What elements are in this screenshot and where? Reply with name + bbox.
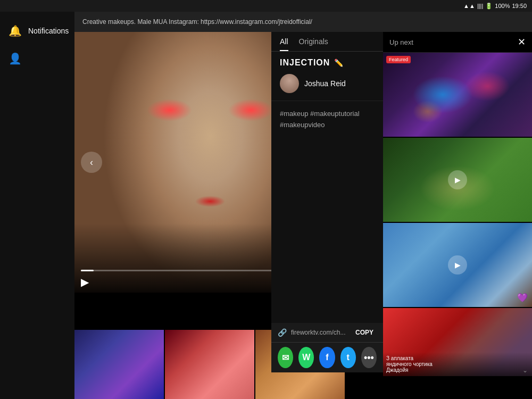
upnext-thumb-2[interactable]: ▶ — [383, 138, 532, 223]
tabs-row: All Originals — [271, 32, 383, 52]
user-icon: 👤 — [9, 52, 22, 65]
upnext-thumb-3[interactable]: ▶ 💜 — [383, 223, 532, 308]
url-bar: Creative makeups. Male MUA Instagram: ht… — [74, 12, 532, 32]
battery-icon: 🔋 — [485, 3, 493, 10]
strip-thumb-bg-1 — [74, 330, 164, 399]
strip-thumb-1[interactable] — [74, 330, 165, 399]
info-title: INJECTION ✏️ — [271, 52, 383, 71]
creator-avatar — [280, 74, 299, 93]
upnext-thumb-1[interactable]: Featured — [383, 53, 532, 138]
sms-share-button[interactable]: ✉ — [278, 347, 293, 368]
share-bar: 🔗 fireworktv.com/ch... COPY ✉ W f t ••• — [271, 323, 383, 372]
facebook-share-button[interactable]: f — [319, 347, 335, 368]
url-text: Creative makeups. Male MUA Instagram: ht… — [82, 18, 312, 26]
prev-arrow[interactable]: ‹ — [81, 152, 102, 173]
creator-row[interactable]: Joshua Reid — [271, 71, 383, 101]
tab-originals[interactable]: Originals — [299, 37, 328, 51]
upnext-panel: Up next ✕ Featured ▶ ▶ 💜 З аплакатаяндич… — [383, 32, 532, 399]
battery-level: 100% — [495, 3, 510, 9]
play-circle-3: ▶ — [448, 255, 467, 275]
upnext-header: Up next ✕ — [383, 32, 532, 53]
status-icons: ▲▲ |||| 🔋 100% 19:50 — [463, 3, 527, 10]
status-bar: ▲▲ |||| 🔋 100% 19:50 — [0, 0, 532, 12]
link-icon: 🔗 — [278, 328, 287, 337]
url-row: 🔗 fireworktv.com/ch... COPY — [271, 323, 383, 343]
sidebar-item-notifications[interactable]: 🔔 Notifications — [0, 17, 74, 45]
video-title: INJECTION — [280, 58, 330, 68]
progress-fill — [81, 270, 94, 271]
sms-icon: ✉ — [282, 353, 289, 363]
facebook-icon: f — [326, 353, 328, 362]
social-row: ✉ W f t ••• — [271, 343, 383, 372]
close-upnext-button[interactable]: ✕ — [518, 36, 526, 48]
play-overlay-2: ▶ — [383, 138, 532, 222]
upnext-title: Up next — [389, 38, 413, 46]
tab-all[interactable]: All — [280, 37, 288, 51]
thumb-text-4: З аплакатаяндичного чортикаДжадойя — [383, 352, 532, 376]
thumb-bg-1 — [383, 53, 532, 137]
scroll-down-icon: ⌄ — [522, 367, 528, 374]
twitter-share-button[interactable]: t — [340, 347, 356, 368]
play-circle-2: ▶ — [448, 170, 467, 189]
more-share-button[interactable]: ••• — [361, 347, 377, 368]
notifications-label: Notifications — [28, 27, 69, 35]
avatar-image — [280, 74, 299, 93]
bell-icon: 🔔 — [9, 24, 22, 37]
strip-thumb-bg-2 — [165, 330, 254, 399]
creator-name: Joshua Reid — [304, 79, 346, 88]
featured-badge: Featured — [386, 56, 411, 63]
clock: 19:50 — [512, 3, 527, 9]
edit-icon: ✏️ — [334, 59, 343, 67]
play-button[interactable]: ▶ — [81, 276, 89, 288]
play-overlay-3: ▶ — [383, 223, 532, 307]
strip-thumb-2[interactable] — [165, 330, 255, 399]
whatsapp-share-button[interactable]: W — [298, 347, 314, 368]
share-url: fireworktv.com/ch... — [291, 329, 348, 336]
upnext-thumb-4[interactable]: З аплакатаяндичного чортикаДжадойя ⌄ — [383, 308, 532, 377]
heart-icon: 💜 — [517, 293, 528, 303]
info-panel: All Originals INJECTION ✏️ Joshua Reid #… — [271, 32, 383, 372]
sidebar-item-user[interactable]: 👤 — [0, 45, 74, 72]
copy-button[interactable]: COPY — [352, 327, 377, 338]
sidebar: 🔔 Notifications 👤 — [0, 12, 74, 399]
wifi-icon: ▲▲ — [463, 3, 475, 9]
hashtags: #makeup #makeuptutorial#makeupvideo — [271, 101, 383, 138]
more-share-icon: ••• — [364, 352, 374, 363]
whatsapp-icon: W — [302, 353, 310, 362]
twitter-icon: t — [347, 353, 350, 362]
signal-icon: |||| — [477, 3, 483, 9]
